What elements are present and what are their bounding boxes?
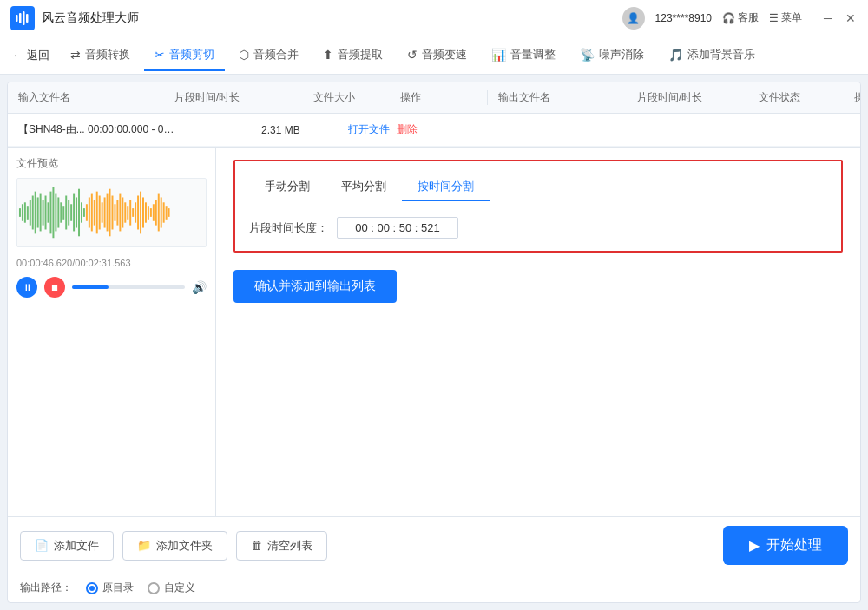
svg-rect-36	[102, 202, 103, 222]
radio-original[interactable]: 原目录	[86, 580, 134, 595]
nav-item-convert[interactable]: ⇄ 音频转换	[60, 40, 141, 71]
pause-button[interactable]: ⏸	[16, 277, 37, 298]
output-path-label: 输出路径：	[20, 580, 72, 595]
preview-label: 文件预览	[16, 156, 207, 171]
volume-icon: 📊	[491, 48, 506, 62]
svg-rect-10	[35, 192, 36, 234]
svg-rect-6	[24, 202, 26, 222]
svg-rect-2	[23, 11, 25, 25]
svg-rect-13	[43, 200, 44, 225]
th-input-filename: 输入文件名	[18, 90, 174, 105]
denoise-icon: 📡	[580, 48, 595, 62]
progress-fill	[72, 285, 108, 289]
svg-rect-24	[70, 204, 72, 221]
clear-list-button[interactable]: 🗑 清空列表	[236, 531, 327, 561]
add-folder-button[interactable]: 📁 添加文件夹	[122, 531, 227, 561]
svg-rect-50	[137, 196, 139, 230]
svg-rect-27	[78, 189, 80, 237]
time-input[interactable]	[337, 217, 458, 239]
tab-average[interactable]: 平均分割	[326, 174, 402, 201]
svg-rect-16	[49, 192, 51, 234]
nav-item-denoise[interactable]: 📡 噪声消除	[569, 40, 654, 71]
nav-item-bgm[interactable]: 🎵 添加背景音乐	[658, 40, 766, 71]
convert-icon: ⇄	[70, 48, 81, 62]
bgm-icon: 🎵	[668, 48, 683, 62]
svg-rect-4	[19, 208, 21, 217]
radio-custom-dot	[148, 582, 160, 594]
radio-custom[interactable]: 自定义	[148, 580, 195, 595]
th-input-size: 文件大小	[313, 90, 400, 105]
open-file-button[interactable]: 打开文件	[348, 122, 390, 137]
progress-bar[interactable]	[72, 285, 185, 289]
minimize-button[interactable]: ─	[821, 11, 835, 25]
confirm-add-button[interactable]: 确认并添加到输出列表	[233, 270, 397, 303]
radio-custom-label: 自定义	[164, 580, 195, 595]
svg-rect-23	[68, 200, 69, 225]
svg-rect-38	[107, 194, 108, 232]
svg-rect-53	[145, 202, 147, 222]
svg-rect-51	[140, 192, 141, 234]
input-filename: 【SHN48-由... 00:00:00.000 - 00:02:31.563	[18, 122, 174, 137]
svg-rect-42	[116, 200, 118, 225]
start-button[interactable]: ▶ 开始处理	[723, 526, 848, 565]
delete-button[interactable]: 删除	[397, 122, 418, 137]
svg-rect-18	[55, 194, 56, 232]
nav-item-speed[interactable]: ↺ 音频变速	[397, 40, 477, 71]
svg-rect-40	[112, 196, 114, 230]
back-button[interactable]: ← 返回	[12, 48, 49, 63]
play-icon: ▶	[749, 537, 760, 554]
clear-icon: 🗑	[251, 539, 262, 552]
svg-rect-37	[104, 197, 106, 227]
add-file-button[interactable]: 📄 添加文件	[20, 531, 114, 561]
nav-item-cut[interactable]: ✂ 音频剪切	[144, 40, 225, 71]
waveform-display	[16, 178, 207, 247]
menu-btn[interactable]: ☰ 菜单	[769, 10, 802, 25]
svg-rect-59	[161, 197, 162, 227]
close-button[interactable]: ✕	[844, 11, 858, 25]
svg-rect-57	[155, 200, 157, 225]
add-file-icon: 📄	[35, 539, 49, 552]
output-path-row: 输出路径： 原目录 自定义	[8, 574, 860, 602]
start-btn-area: ▶ 开始处理	[723, 526, 848, 565]
tab-manual[interactable]: 手动分割	[249, 174, 326, 201]
svg-rect-34	[96, 192, 98, 234]
svg-rect-33	[94, 200, 95, 225]
split-tabs: 手动分割 平均分割 按时间分割	[249, 174, 827, 201]
svg-rect-62	[168, 208, 170, 217]
table-section: 输入文件名 片段时间/时长 文件大小 操作 输出文件名 片段时间/时长 文件状态…	[8, 82, 860, 148]
player-controls: ⏸ ⏹ 🔊	[16, 277, 207, 298]
svg-rect-3	[26, 14, 29, 23]
volume-icon[interactable]: 🔊	[192, 280, 207, 294]
svg-rect-43	[119, 194, 121, 232]
svg-rect-9	[32, 196, 34, 230]
svg-rect-58	[158, 194, 160, 232]
svg-rect-19	[57, 197, 59, 227]
nav-item-merge[interactable]: ⬡ 音频合并	[228, 40, 309, 71]
tab-bytime[interactable]: 按时间分割	[402, 174, 490, 201]
service-btn[interactable]: 🎧 客服	[722, 10, 759, 25]
nav-item-extract[interactable]: ⬆ 音频提取	[312, 40, 393, 71]
speed-icon: ↺	[407, 48, 418, 62]
svg-rect-0	[16, 15, 18, 22]
svg-rect-35	[99, 196, 101, 230]
svg-rect-26	[76, 197, 77, 227]
svg-rect-14	[45, 196, 47, 230]
svg-rect-20	[60, 202, 62, 222]
nav-item-volume[interactable]: 📊 音量调整	[481, 40, 566, 71]
user-id: 123****8910	[655, 12, 712, 24]
radio-original-dot	[86, 582, 98, 594]
svg-rect-47	[129, 200, 131, 225]
split-options: 手动分割 平均分割 按时间分割 片段时间长度： 确认并添加到输出列表	[216, 148, 860, 516]
svg-rect-5	[22, 204, 23, 221]
stop-button[interactable]: ⏹	[44, 277, 65, 298]
menu-icon: ☰	[769, 12, 779, 24]
svg-rect-17	[52, 187, 54, 239]
user-avatar: 👤	[622, 7, 645, 30]
time-display: 00:00:46.620/00:02:31.563	[16, 258, 207, 268]
svg-rect-8	[30, 200, 31, 225]
headphone-icon: 🎧	[722, 12, 735, 24]
split-config: 片段时间长度：	[249, 217, 827, 239]
svg-rect-7	[27, 206, 29, 220]
svg-rect-39	[109, 189, 111, 237]
back-arrow-icon: ←	[12, 49, 23, 62]
